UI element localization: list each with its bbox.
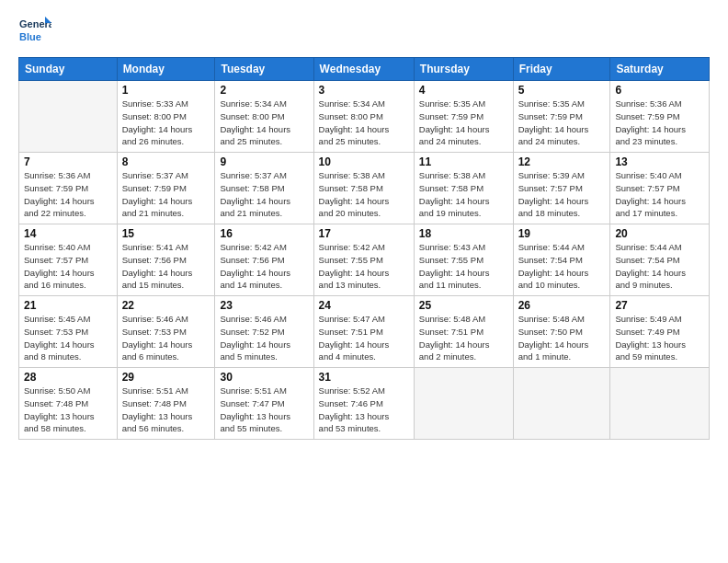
week-row-5: 28Sunrise: 5:50 AMSunset: 7:48 PMDayligh… [19, 368, 710, 440]
day-number: 9 [220, 155, 308, 168]
calendar-cell: 26Sunrise: 5:48 AMSunset: 7:50 PMDayligh… [513, 296, 610, 368]
day-number: 15 [122, 227, 210, 240]
day-info: Sunrise: 5:44 AMSunset: 7:54 PMDaylight:… [615, 241, 704, 292]
header-sunday: Sunday [19, 58, 118, 81]
calendar-cell: 31Sunrise: 5:52 AMSunset: 7:46 PMDayligh… [313, 368, 414, 440]
day-info: Sunrise: 5:49 AMSunset: 7:49 PMDaylight:… [615, 313, 704, 363]
day-number: 18 [419, 227, 508, 240]
calendar-cell: 25Sunrise: 5:48 AMSunset: 7:51 PMDayligh… [414, 296, 513, 368]
day-number: 5 [518, 84, 606, 97]
day-info: Sunrise: 5:52 AMSunset: 7:46 PMDaylight:… [319, 385, 409, 435]
calendar-cell: 14Sunrise: 5:40 AMSunset: 7:57 PMDayligh… [19, 224, 118, 296]
day-number: 4 [419, 84, 508, 97]
day-info: Sunrise: 5:35 AMSunset: 7:59 PMDaylight:… [518, 98, 606, 148]
calendar-cell: 27Sunrise: 5:49 AMSunset: 7:49 PMDayligh… [610, 296, 710, 368]
day-number: 17 [319, 227, 409, 240]
day-info: Sunrise: 5:36 AMSunset: 7:59 PMDaylight:… [24, 169, 112, 220]
day-info: Sunrise: 5:40 AMSunset: 7:57 PMDaylight:… [615, 169, 704, 220]
day-number: 10 [319, 155, 409, 168]
day-info: Sunrise: 5:51 AMSunset: 7:47 PMDaylight:… [220, 385, 308, 435]
calendar-cell: 20Sunrise: 5:44 AMSunset: 7:54 PMDayligh… [610, 224, 710, 296]
calendar-cell: 19Sunrise: 5:44 AMSunset: 7:54 PMDayligh… [513, 224, 610, 296]
day-info: Sunrise: 5:38 AMSunset: 7:58 PMDaylight:… [319, 169, 409, 220]
calendar-cell [414, 368, 513, 440]
calendar-cell [610, 368, 710, 440]
day-info: Sunrise: 5:50 AMSunset: 7:48 PMDaylight:… [24, 385, 112, 435]
week-row-4: 21Sunrise: 5:45 AMSunset: 7:53 PMDayligh… [19, 296, 710, 368]
header-tuesday: Tuesday [215, 58, 313, 81]
day-info: Sunrise: 5:40 AMSunset: 7:57 PMDaylight:… [24, 241, 112, 292]
calendar-cell: 7Sunrise: 5:36 AMSunset: 7:59 PMDaylight… [19, 153, 118, 224]
day-info: Sunrise: 5:34 AMSunset: 8:00 PMDaylight:… [319, 98, 409, 148]
calendar-cell: 29Sunrise: 5:51 AMSunset: 7:48 PMDayligh… [117, 368, 215, 440]
day-number: 7 [24, 155, 112, 168]
calendar-cell: 18Sunrise: 5:43 AMSunset: 7:55 PMDayligh… [414, 224, 513, 296]
day-number: 28 [24, 371, 112, 384]
page: General Blue SundayMondayTuesdayWednesda… [0, 0, 728, 563]
calendar-cell: 17Sunrise: 5:42 AMSunset: 7:55 PMDayligh… [313, 224, 414, 296]
calendar-cell: 4Sunrise: 5:35 AMSunset: 7:59 PMDaylight… [414, 81, 513, 153]
calendar-cell [19, 81, 118, 153]
day-number: 11 [419, 155, 508, 168]
day-info: Sunrise: 5:39 AMSunset: 7:57 PMDaylight:… [518, 169, 606, 220]
day-info: Sunrise: 5:43 AMSunset: 7:55 PMDaylight:… [419, 241, 508, 292]
day-number: 21 [24, 299, 112, 312]
day-info: Sunrise: 5:44 AMSunset: 7:54 PMDaylight:… [518, 241, 606, 292]
day-number: 29 [122, 371, 210, 384]
day-number: 31 [319, 371, 409, 384]
header: General Blue [18, 15, 710, 48]
day-info: Sunrise: 5:36 AMSunset: 7:59 PMDaylight:… [615, 98, 704, 148]
day-number: 1 [122, 84, 210, 97]
logo: General Blue [18, 15, 51, 48]
day-info: Sunrise: 5:42 AMSunset: 7:56 PMDaylight:… [220, 241, 308, 292]
calendar-table: SundayMondayTuesdayWednesdayThursdayFrid… [18, 57, 710, 440]
calendar-cell: 6Sunrise: 5:36 AMSunset: 7:59 PMDaylight… [610, 81, 710, 153]
svg-text:Blue: Blue [19, 31, 41, 42]
day-info: Sunrise: 5:37 AMSunset: 7:59 PMDaylight:… [122, 169, 210, 220]
day-number: 3 [319, 84, 409, 97]
calendar-cell: 13Sunrise: 5:40 AMSunset: 7:57 PMDayligh… [610, 153, 710, 224]
week-row-1: 1Sunrise: 5:33 AMSunset: 8:00 PMDaylight… [19, 81, 710, 153]
day-number: 19 [518, 227, 606, 240]
day-number: 25 [419, 299, 508, 312]
week-row-3: 14Sunrise: 5:40 AMSunset: 7:57 PMDayligh… [19, 224, 710, 296]
day-info: Sunrise: 5:33 AMSunset: 8:00 PMDaylight:… [122, 98, 210, 148]
calendar-cell: 10Sunrise: 5:38 AMSunset: 7:58 PMDayligh… [313, 153, 414, 224]
header-wednesday: Wednesday [313, 58, 414, 81]
calendar-cell: 30Sunrise: 5:51 AMSunset: 7:47 PMDayligh… [215, 368, 313, 440]
calendar-cell: 21Sunrise: 5:45 AMSunset: 7:53 PMDayligh… [19, 296, 118, 368]
calendar-cell: 16Sunrise: 5:42 AMSunset: 7:56 PMDayligh… [215, 224, 313, 296]
day-number: 14 [24, 227, 112, 240]
calendar-cell: 9Sunrise: 5:37 AMSunset: 7:58 PMDaylight… [215, 153, 313, 224]
calendar-cell: 2Sunrise: 5:34 AMSunset: 8:00 PMDaylight… [215, 81, 313, 153]
calendar-cell: 11Sunrise: 5:38 AMSunset: 7:58 PMDayligh… [414, 153, 513, 224]
day-info: Sunrise: 5:45 AMSunset: 7:53 PMDaylight:… [24, 313, 112, 363]
calendar-cell: 23Sunrise: 5:46 AMSunset: 7:52 PMDayligh… [215, 296, 313, 368]
header-monday: Monday [117, 58, 215, 81]
calendar-cell: 5Sunrise: 5:35 AMSunset: 7:59 PMDaylight… [513, 81, 610, 153]
calendar-cell: 15Sunrise: 5:41 AMSunset: 7:56 PMDayligh… [117, 224, 215, 296]
day-info: Sunrise: 5:48 AMSunset: 7:51 PMDaylight:… [419, 313, 508, 363]
calendar-cell: 22Sunrise: 5:46 AMSunset: 7:53 PMDayligh… [117, 296, 215, 368]
day-info: Sunrise: 5:42 AMSunset: 7:55 PMDaylight:… [319, 241, 409, 292]
day-number: 8 [122, 155, 210, 168]
day-info: Sunrise: 5:38 AMSunset: 7:58 PMDaylight:… [419, 169, 508, 220]
day-number: 26 [518, 299, 606, 312]
day-info: Sunrise: 5:41 AMSunset: 7:56 PMDaylight:… [122, 241, 210, 292]
header-saturday: Saturday [610, 58, 710, 81]
day-info: Sunrise: 5:37 AMSunset: 7:58 PMDaylight:… [220, 169, 308, 220]
day-number: 24 [319, 299, 409, 312]
calendar-cell: 8Sunrise: 5:37 AMSunset: 7:59 PMDaylight… [117, 153, 215, 224]
day-info: Sunrise: 5:48 AMSunset: 7:50 PMDaylight:… [518, 313, 606, 363]
header-thursday: Thursday [414, 58, 513, 81]
header-friday: Friday [513, 58, 610, 81]
day-info: Sunrise: 5:35 AMSunset: 7:59 PMDaylight:… [419, 98, 508, 148]
day-number: 13 [615, 155, 704, 168]
week-row-2: 7Sunrise: 5:36 AMSunset: 7:59 PMDaylight… [19, 153, 710, 224]
calendar-cell: 3Sunrise: 5:34 AMSunset: 8:00 PMDaylight… [313, 81, 414, 153]
day-number: 16 [220, 227, 308, 240]
day-number: 27 [615, 299, 704, 312]
logo-svg: General Blue [18, 15, 51, 48]
day-number: 2 [220, 84, 308, 97]
day-info: Sunrise: 5:34 AMSunset: 8:00 PMDaylight:… [220, 98, 308, 148]
